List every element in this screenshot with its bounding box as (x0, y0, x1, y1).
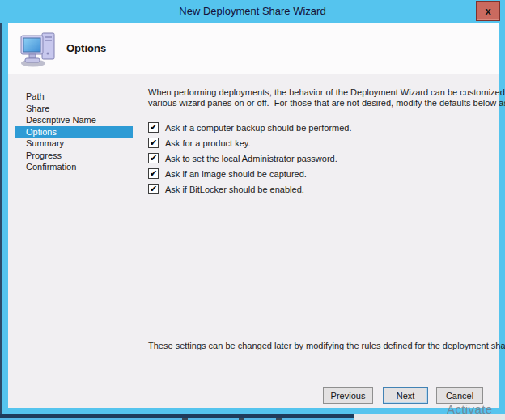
new-deployment-share-wizard-dialog: New Deployment Share Wizard x (0, 0, 505, 414)
sidebar-item-path[interactable]: Path (15, 91, 133, 103)
previous-button[interactable]: Previous (323, 387, 373, 404)
separator (11, 375, 495, 375)
footnote-text: These settings can be changed later by m… (148, 341, 505, 350)
activation-watermark: Activate (447, 402, 493, 416)
checkbox-row: ✔ Ask for a product key. (148, 138, 352, 148)
window-title: New Deployment Share Wizard (0, 0, 505, 23)
checkbox-bitlocker[interactable]: ✔ (148, 184, 159, 194)
checkbox-row: ✔ Ask if an image should be captured. (148, 168, 352, 179)
next-button[interactable]: Next (383, 387, 428, 404)
sidebar-item-label: Path (26, 91, 45, 101)
wizard-steps-nav: Path Share Descriptive Name Options (15, 91, 133, 173)
page-title: Options (66, 42, 106, 54)
dialog-body: Options Path Share Descriptive Name (8, 23, 499, 408)
sidebar-item-options[interactable]: Options (15, 126, 133, 138)
cancel-button[interactable]: Cancel (436, 387, 483, 404)
close-icon: x (485, 5, 490, 17)
background-window-edge (0, 23, 2, 418)
description-line: various wizard panes on or off. For thos… (148, 98, 492, 108)
taskbar-fragment (0, 414, 354, 420)
sidebar-item-label: Progress (26, 151, 62, 160)
sidebar-item-descriptive-name[interactable]: Descriptive Name (15, 114, 133, 126)
checkbox-label: Ask if an image should be captured. (165, 169, 307, 179)
checkmark-icon: ✔ (150, 185, 157, 193)
description-text: When performing deployments, the behavio… (148, 87, 492, 108)
checkbox-row: ✔ Ask if a computer backup should be per… (148, 122, 352, 133)
sidebar-item-label: Options (26, 127, 57, 137)
wizard-content: Path Share Descriptive Name Options (8, 75, 499, 408)
checkmark-icon: ✔ (150, 169, 157, 178)
checkbox-admin-password[interactable]: ✔ (148, 153, 159, 163)
button-row: Previous Next Cancel (323, 387, 483, 404)
checkbox-label: Ask if BitLocker should be enabled. (165, 185, 304, 194)
sidebar-item-summary[interactable]: Summary (15, 138, 133, 150)
checkmark-icon: ✔ (150, 154, 157, 163)
checkmark-icon: ✔ (150, 138, 157, 147)
sidebar-item-label: Summary (26, 138, 64, 148)
sidebar-item-confirmation[interactable]: Confirmation (15, 161, 133, 173)
wizard-header: Options (8, 23, 499, 74)
checkbox-product-key[interactable]: ✔ (148, 138, 159, 148)
checkbox-label: Ask if a computer backup should be perfo… (165, 123, 352, 133)
checkmark-icon: ✔ (150, 123, 157, 132)
close-button[interactable]: x (476, 1, 500, 21)
options-checklist: ✔ Ask if a computer backup should be per… (148, 122, 352, 199)
sidebar-item-share[interactable]: Share (15, 103, 133, 115)
desktop-strip (0, 414, 505, 420)
checkbox-image-capture[interactable]: ✔ (148, 168, 159, 179)
sidebar-item-progress[interactable]: Progress (15, 150, 133, 162)
checkbox-row: ✔ Ask to set the local Administrator pas… (148, 153, 352, 163)
checkbox-computer-backup[interactable]: ✔ (148, 122, 159, 133)
sidebar-item-label: Descriptive Name (26, 115, 96, 125)
sidebar-item-label: Confirmation (26, 162, 76, 172)
computer-icon (19, 30, 58, 67)
description-line: When performing deployments, the behavio… (148, 87, 492, 98)
desktop: { "window": { "title": "New Deployment S… (0, 0, 505, 420)
sidebar-item-label: Share (26, 104, 49, 113)
checkbox-label: Ask for a product key. (165, 138, 251, 148)
titlebar[interactable]: New Deployment Share Wizard x (0, 0, 505, 23)
checkbox-row: ✔ Ask if BitLocker should be enabled. (148, 184, 352, 194)
checkbox-label: Ask to set the local Administrator passw… (165, 154, 337, 163)
